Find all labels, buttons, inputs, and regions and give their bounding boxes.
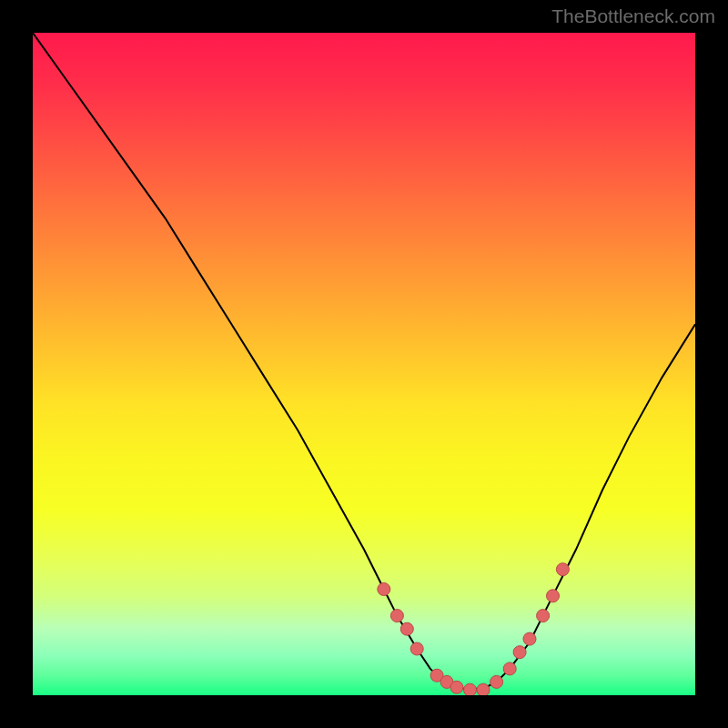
marker-point: [400, 622, 413, 635]
marker-point: [464, 683, 477, 695]
marker-point: [410, 642, 423, 655]
marker-point: [477, 683, 490, 695]
marker-point: [547, 590, 560, 602]
highlight-markers: [378, 563, 570, 695]
marker-point: [513, 646, 526, 659]
bottleneck-curve-line: [33, 33, 695, 689]
marker-point: [523, 632, 536, 645]
marker-point: [378, 583, 390, 596]
marker-point: [450, 681, 463, 693]
marker-point: [556, 563, 569, 576]
marker-point: [390, 610, 403, 622]
marker-point: [490, 675, 503, 688]
watermark-text: TheBottleneck.com: [551, 5, 715, 27]
chart-svg: [33, 33, 695, 695]
chart-plot-area: [33, 33, 695, 695]
marker-point: [503, 662, 516, 675]
marker-point: [537, 610, 550, 622]
